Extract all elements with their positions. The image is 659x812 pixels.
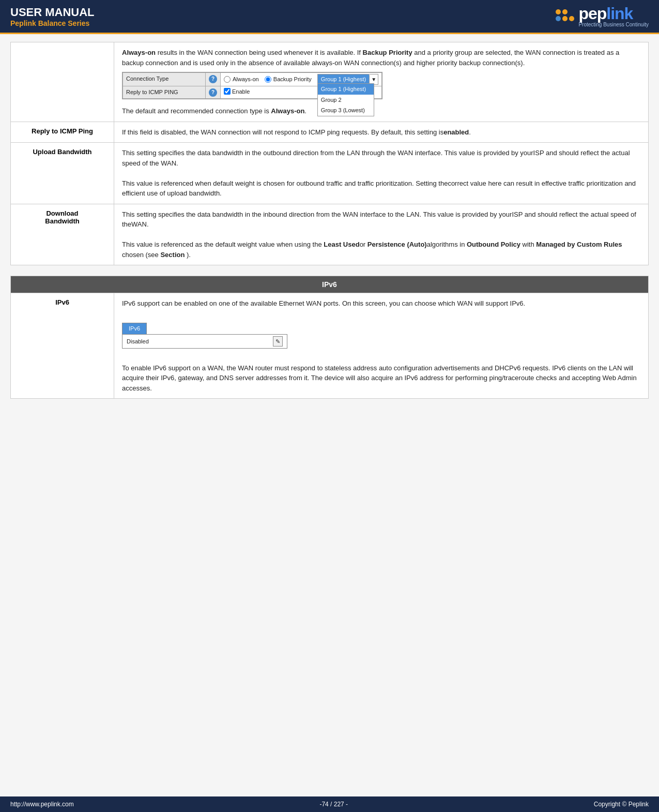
dot2 bbox=[562, 9, 568, 14]
ipv6-table: IPv6 IPv6 IPv6 support can be enabled on… bbox=[10, 276, 649, 399]
ipv6-select-value: Disabled bbox=[127, 337, 273, 346]
upload-bandwidth-row: Upload Bandwidth This setting specifies … bbox=[11, 143, 649, 204]
upload-bandwidth-label: Upload Bandwidth bbox=[11, 143, 114, 204]
ipv6-bold-label: IPv6 bbox=[55, 298, 69, 306]
radio-always-on-label: Always-on bbox=[233, 75, 259, 84]
default-type-text: The default and recommended connection t… bbox=[122, 106, 640, 116]
persistence-bold: Persistence (Auto) bbox=[367, 240, 427, 248]
managed-custom-bold: Managed by Custom Rules bbox=[536, 240, 622, 248]
outbound-policy-bold: Outbound Policy bbox=[467, 240, 520, 248]
download-bandwidth-content: This setting specifies the data bandwidt… bbox=[114, 204, 649, 265]
download-bandwidth-label: DownloadBandwidth bbox=[11, 204, 114, 265]
radio-group: Always-on Backup Priority Group 1 (Highe… bbox=[224, 74, 378, 85]
logo-pep: pep bbox=[578, 4, 606, 23]
enabled-bold: enabled bbox=[443, 128, 469, 136]
backup-priority-bold: Backup Priority bbox=[363, 49, 412, 56]
conn-ui-row1: Connection Type ? Always-on Backup Prior… bbox=[123, 73, 382, 86]
ipv6-edit-button[interactable]: ✎ bbox=[273, 336, 283, 347]
connection-type-content: Always-on results in the WAN connection … bbox=[114, 42, 649, 122]
dot4 bbox=[556, 16, 561, 21]
ipv6-select-box[interactable]: Disabled ✎ bbox=[122, 334, 287, 349]
ipv6-content-cell: IPv6 support can be enabled on one of th… bbox=[114, 293, 649, 399]
main-doc-table: Always-on results in the WAN connection … bbox=[10, 42, 649, 265]
dropdown-arrow-icon[interactable]: ▼ bbox=[369, 75, 378, 84]
download-bandwidth-para1: This setting specifies the data bandwidt… bbox=[122, 209, 640, 230]
footer-url[interactable]: http://www.peplink.com bbox=[10, 801, 74, 808]
upload-bandwidth-bold-label: Upload Bandwidth bbox=[33, 148, 91, 156]
radio-always-on[interactable] bbox=[224, 76, 231, 83]
download-bandwidth-para2: This value is referenced as the default … bbox=[122, 239, 640, 260]
connection-type-label bbox=[11, 42, 114, 122]
least-used-bold: Least Used bbox=[324, 240, 359, 248]
dropdown-option-2[interactable]: Group 2 bbox=[318, 95, 374, 106]
dropdown-selected-value: Group 1 (Highest) bbox=[318, 74, 369, 84]
dropdown-option-3[interactable]: Group 3 (Lowest) bbox=[318, 105, 374, 116]
dropdown-option-1[interactable]: Group 1 (Highest) bbox=[318, 84, 374, 95]
help-icon[interactable]: ? bbox=[209, 75, 217, 83]
reply-icmp-content: If this field is disabled, the WAN conne… bbox=[114, 122, 649, 143]
connection-type-screenshot: Connection Type ? Always-on Backup Prior… bbox=[122, 72, 382, 99]
always-on-default-bold: Always-on bbox=[271, 107, 304, 115]
manual-subtitle: Peplink Balance Series bbox=[10, 19, 95, 27]
radio-backup-label: Backup Priority bbox=[273, 75, 312, 84]
section-bold: Section bbox=[160, 251, 185, 259]
reply-icmp-row: Reply to ICMP Ping If this field is disa… bbox=[11, 122, 649, 143]
dot1 bbox=[556, 9, 561, 14]
manual-title: USER MANUAL bbox=[10, 6, 95, 19]
logo-tagline: Protecting Business Continuity bbox=[578, 22, 649, 27]
dropdown-options-list: Group 1 (Highest) Group 2 Group 3 (Lowes… bbox=[317, 83, 374, 116]
download-bandwidth-row: DownloadBandwidth This setting specifies… bbox=[11, 204, 649, 265]
ipv6-content-row: IPv6 IPv6 support can be enabled on one … bbox=[11, 293, 649, 399]
group-dropdown-container: Group 1 (Highest) ▼ Group 1 (Highest) Gr… bbox=[317, 74, 378, 85]
conn-ui-help: ? bbox=[206, 73, 221, 86]
connection-type-row: Always-on results in the WAN connection … bbox=[11, 42, 649, 122]
ipv6-section-header-row: IPv6 bbox=[11, 276, 649, 293]
logo-text: peplink Protecting Business Continuity bbox=[578, 5, 649, 27]
ipv6-screenshot: IPv6 Disabled ✎ bbox=[122, 323, 640, 349]
ipv6-description: To enable IPv6 support on a WAN, the WAN… bbox=[122, 363, 640, 394]
upload-bandwidth-para1: This setting specifies the data bandwidt… bbox=[122, 148, 640, 168]
ipv6-label: IPv6 bbox=[11, 293, 114, 399]
ipv6-tab[interactable]: IPv6 bbox=[122, 323, 147, 334]
page-header: USER MANUAL Peplink Balance Series pepli… bbox=[0, 0, 659, 33]
ipv6-intro: IPv6 support can be enabled on one of th… bbox=[122, 298, 640, 309]
logo-brand: peplink bbox=[578, 5, 633, 22]
reply-icmp-description: If this field is disabled, the WAN conne… bbox=[122, 127, 640, 138]
dot5 bbox=[562, 16, 568, 21]
connection-type-description: Always-on results in the WAN connection … bbox=[122, 48, 640, 68]
upload-bandwidth-para2: This value is referenced when default we… bbox=[122, 178, 640, 199]
logo-area: peplink Protecting Business Continuity bbox=[556, 5, 649, 27]
reply-help: ? bbox=[206, 86, 221, 98]
ipv6-section-header-cell: IPv6 bbox=[11, 276, 649, 293]
always-on-bold: Always-on bbox=[122, 49, 156, 56]
reply-checkbox[interactable] bbox=[224, 88, 231, 95]
footer-page: -74 / 227 - bbox=[319, 801, 348, 808]
conn-ui-table: Connection Type ? Always-on Backup Prior… bbox=[122, 72, 382, 99]
logo-link: link bbox=[606, 4, 633, 23]
conn-ui-controls: Always-on Backup Priority Group 1 (Highe… bbox=[221, 73, 382, 86]
help-icon-2[interactable]: ? bbox=[209, 88, 217, 97]
logo-dots bbox=[556, 9, 574, 21]
download-bold-label: DownloadBandwidth bbox=[45, 209, 79, 225]
pencil-icon: ✎ bbox=[275, 337, 280, 346]
conn-ui-label: Connection Type bbox=[123, 73, 206, 86]
reply-icmp-label-ui: Reply to ICMP PING bbox=[123, 86, 206, 98]
upload-bandwidth-content: This setting specifies the data bandwidt… bbox=[114, 143, 649, 204]
footer-copyright: Copyright © Peplink bbox=[594, 801, 649, 808]
reply-icmp-bold-label: Reply to ICMP Ping bbox=[32, 127, 93, 135]
dot3 bbox=[569, 9, 574, 14]
page-footer: http://www.peplink.com -74 / 227 - Copyr… bbox=[0, 796, 659, 812]
dot6 bbox=[569, 16, 574, 21]
reply-icmp-label: Reply to ICMP Ping bbox=[11, 122, 114, 143]
radio-backup-priority[interactable] bbox=[265, 76, 271, 83]
main-content: Always-on results in the WAN connection … bbox=[0, 34, 659, 796]
header-title-area: USER MANUAL Peplink Balance Series bbox=[10, 6, 95, 27]
